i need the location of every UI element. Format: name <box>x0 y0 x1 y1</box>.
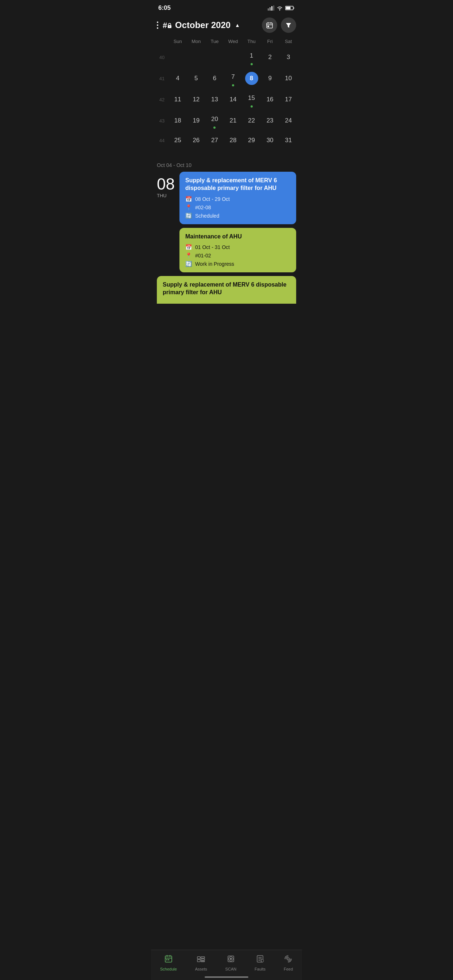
card-2-date: 📅 01 Oct - 31 Oct <box>185 244 290 250</box>
header-title: October 2020 <box>175 20 231 30</box>
calendar-day[interactable]: 23 <box>261 112 279 129</box>
header-title-group: # October 2020 ▲ <box>162 20 258 30</box>
schedule-card-3-partial[interactable]: Supply & replacement of MERV 6 disposabl… <box>157 276 296 304</box>
calendar-day-number: 5 <box>190 72 203 85</box>
card-2-date-value: 01 Oct - 31 Oct <box>195 244 230 250</box>
svg-rect-25 <box>201 959 205 960</box>
status-time: 6:05 <box>158 5 171 12</box>
calendar-day[interactable]: 28 <box>224 132 242 149</box>
nav-assets[interactable]: Assets <box>191 953 211 973</box>
card-1-status-value: Scheduled <box>195 213 219 219</box>
calendar-day-number: 9 <box>263 72 276 85</box>
calendar-day[interactable]: 30 <box>261 132 279 149</box>
svg-rect-22 <box>197 957 200 959</box>
wifi-icon <box>276 5 283 11</box>
calendar-day-number: 11 <box>171 93 184 106</box>
svg-rect-1 <box>270 7 271 11</box>
filter-button[interactable] <box>281 18 296 33</box>
calendar-day[interactable]: 29 <box>242 132 261 149</box>
calendar-day[interactable]: 6 <box>205 70 224 87</box>
calendar-day[interactable]: 31 <box>279 132 298 149</box>
card-1-date: 📅 08 Oct - 29 Oct <box>185 196 290 202</box>
battery-icon <box>285 5 295 11</box>
schedule-cards: Supply & replacement of MERV 6 disposabl… <box>179 172 296 272</box>
nav-scan[interactable]: SCAN <box>222 953 240 973</box>
scan-nav-label: SCAN <box>225 967 237 971</box>
calendar-day[interactable]: 26 <box>187 132 206 149</box>
nav-schedule[interactable]: Schedule <box>156 953 180 973</box>
calendar-day[interactable]: 7 <box>224 68 242 89</box>
calendar-day[interactable]: 27 <box>205 132 224 149</box>
week-number: 44 <box>155 135 169 146</box>
calendar-day[interactable]: 16 <box>261 91 279 108</box>
calendar-day <box>224 48 242 66</box>
calendar-day-number: 23 <box>263 114 276 127</box>
calendar-meta-icon: 📅 <box>185 196 192 202</box>
calendar-body: 4012341456789104211121314151617431819202… <box>155 47 298 149</box>
calendar-day[interactable]: 12 <box>187 91 206 108</box>
menu-icon[interactable] <box>157 22 158 29</box>
calendar-day-number: 17 <box>282 93 295 106</box>
calendar-day[interactable]: 1 <box>242 47 261 67</box>
calendar-view-button[interactable] <box>262 18 277 33</box>
schedule-card-2[interactable]: Maintenance of AHU 📅 01 Oct - 31 Oct 📍 #… <box>179 228 296 273</box>
calendar-day[interactable]: 24 <box>279 112 298 129</box>
calendar-day-number: 19 <box>190 114 203 127</box>
calendar-day-number: 21 <box>226 114 239 127</box>
calendar-row: 4211121314151617 <box>155 89 298 110</box>
week-number: 42 <box>155 94 169 105</box>
calendar-day[interactable]: 8 <box>242 70 261 87</box>
calendar-event-dot <box>250 63 253 65</box>
calendar-day[interactable]: 15 <box>242 89 261 110</box>
calendar-day[interactable]: 25 <box>169 132 187 149</box>
calendar-day[interactable]: 17 <box>279 91 298 108</box>
calendar-day[interactable]: 14 <box>224 91 242 108</box>
calendar-day[interactable]: 22 <box>242 112 261 129</box>
calendar-day[interactable]: 20 <box>205 110 224 131</box>
calendar-row: 4318192021222324 <box>155 110 298 131</box>
svg-rect-20 <box>166 959 167 960</box>
svg-rect-24 <box>201 957 205 958</box>
calendar: Sun Mon Tue Wed Thu Fri Sat 401234145678… <box>151 37 302 155</box>
calendar-day[interactable]: 10 <box>279 70 298 87</box>
card-3-title: Supply & replacement of MERV 6 disposabl… <box>163 281 290 296</box>
svg-rect-21 <box>168 959 169 960</box>
calendar-day[interactable]: 11 <box>169 91 187 108</box>
calendar-day[interactable]: 9 <box>261 70 279 87</box>
svg-rect-9 <box>169 26 170 27</box>
weekday-thu: Thu <box>242 37 261 46</box>
schedule-nav-label: Schedule <box>160 967 177 971</box>
svg-rect-6 <box>286 7 291 10</box>
calendar-day <box>205 48 224 66</box>
calendar-day[interactable]: 5 <box>187 70 206 87</box>
card-1-location: 📍 #02-08 <box>185 204 290 211</box>
filter-icon <box>285 22 292 29</box>
svg-marker-15 <box>286 23 291 28</box>
day-name: THU <box>157 193 175 198</box>
week-number: 40 <box>155 52 169 63</box>
bottom-nav: Schedule Assets SCAN <box>151 950 302 980</box>
calendar-row: 40123 <box>155 47 298 67</box>
calendar-day-number: 6 <box>208 72 221 85</box>
nav-feed[interactable]: Feed <box>280 953 297 973</box>
svg-text:#: # <box>163 21 167 30</box>
calendar-day[interactable]: 2 <box>261 48 279 66</box>
calendar-day-number: 20 <box>208 113 221 126</box>
calendar-meta-icon-2: 📅 <box>185 244 192 250</box>
schedule-card-1[interactable]: Supply & replacement of MERV 6 disposabl… <box>179 172 296 224</box>
calendar-day-number: 10 <box>282 72 295 85</box>
header: # October 2020 ▲ <box>151 14 302 37</box>
nav-faults[interactable]: ! Faults <box>251 953 269 973</box>
calendar-day[interactable]: 3 <box>279 48 298 66</box>
calendar-day-number <box>190 51 203 64</box>
location-meta-icon: 📍 <box>185 204 192 211</box>
calendar-day[interactable]: 4 <box>169 70 187 87</box>
calendar-day[interactable]: 19 <box>187 112 206 129</box>
calendar-day[interactable]: 18 <box>169 112 187 129</box>
calendar-weekdays: Sun Mon Tue Wed Thu Fri Sat <box>155 37 298 46</box>
calendar-day-number: 3 <box>282 51 295 64</box>
calendar-day[interactable]: 13 <box>205 91 224 108</box>
week-number: 41 <box>155 73 169 84</box>
calendar-day-number: 25 <box>171 134 184 147</box>
calendar-day[interactable]: 21 <box>224 112 242 129</box>
